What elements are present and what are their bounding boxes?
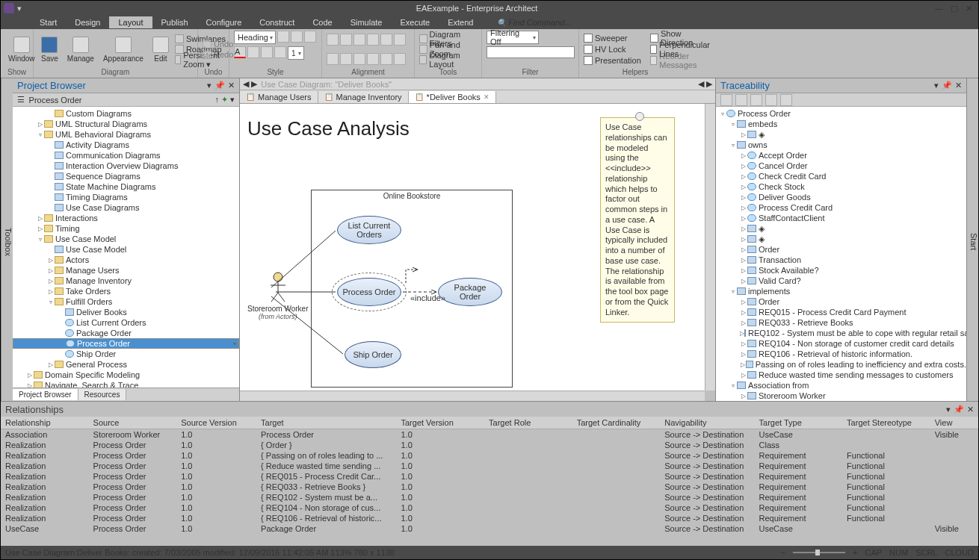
minimize-button[interactable]: —: [932, 4, 946, 13]
style-btn2[interactable]: [291, 31, 303, 43]
usecase-process-order[interactable]: Process Order: [337, 278, 401, 306]
panel-pin-icon[interactable]: 📌: [954, 405, 964, 414]
trace-node[interactable]: ▷Process Credit Card: [716, 202, 966, 213]
line-width[interactable]: [274, 46, 286, 58]
trace-node[interactable]: ▷REQ106 - Retrieval of historic informat…: [716, 349, 966, 359]
table-row[interactable]: RealizationProcess Order1.0{ Order }1.0S…: [1, 440, 978, 450]
tree-node[interactable]: Use Case Diagrams: [13, 202, 239, 213]
tree-node[interactable]: ▿Use Case Model: [13, 234, 239, 244]
toolbox-dock[interactable]: Toolbox: [1, 78, 13, 401]
trace-node[interactable]: ▷Valid Card?: [716, 276, 966, 286]
actor-storeroom-worker[interactable]: Storeroom Worker(from Actors): [247, 272, 309, 320]
relationships-table[interactable]: RelationshipSourceSource VersionTargetTa…: [1, 417, 978, 546]
tree-node[interactable]: Custom Diagrams: [13, 108, 239, 119]
table-row[interactable]: RealizationProcess Order1.0{ Reduce wast…: [1, 461, 978, 471]
table-header[interactable]: Target Type: [755, 417, 843, 429]
tree-node[interactable]: ▷Take Orders: [13, 286, 239, 296]
trace-tree[interactable]: ▿Process Order ▿embeds▷◈▿owns▷Accept Ord…: [716, 107, 966, 401]
appearance-button[interactable]: Appearance: [100, 35, 146, 64]
tab-configure[interactable]: Configure: [197, 16, 251, 28]
trace-node[interactable]: ▷REQ015 - Process Credit Card Payment: [716, 307, 966, 317]
horizontal-scrollbar[interactable]: [240, 391, 705, 401]
usecase-list-orders[interactable]: List Current Orders: [337, 216, 401, 244]
trace-node[interactable]: ▿embeds: [716, 119, 966, 129]
tree-node[interactable]: Interaction Overview Diagrams: [13, 161, 239, 171]
tree-node[interactable]: ▷Interactions: [13, 213, 239, 223]
align-btn[interactable]: [367, 34, 379, 46]
trace-tool[interactable]: [765, 94, 777, 106]
tab-execute[interactable]: Execute: [391, 16, 439, 28]
zoom-slider[interactable]: [793, 552, 845, 553]
table-row[interactable]: RealizationProcess Order1.0{ Passing on …: [1, 450, 978, 461]
tree-node[interactable]: State Machine Diagrams: [13, 181, 239, 192]
tree-node[interactable]: Use Case Model: [13, 244, 239, 255]
trace-tool[interactable]: [780, 94, 792, 106]
trace-tool[interactable]: [720, 94, 732, 106]
table-header[interactable]: Target Stereotype: [842, 417, 930, 429]
filter-input[interactable]: [487, 46, 575, 58]
trace-node[interactable]: ▷◈: [716, 234, 966, 244]
usecase-ship-order[interactable]: Ship Order: [345, 341, 401, 368]
trace-node[interactable]: ▷Check Stock: [716, 181, 966, 192]
browser-tool-icon[interactable]: ✦: [221, 95, 228, 105]
tab-simulate[interactable]: Simulate: [342, 16, 392, 28]
tree-node[interactable]: ▷UML Structural Diagrams: [13, 119, 239, 129]
nav-fwd-icon[interactable]: ▶: [251, 79, 257, 89]
presentation-check[interactable]: Presentation: [584, 55, 641, 66]
trace-node[interactable]: ▷Cancel Order: [716, 161, 966, 171]
nav-back-icon[interactable]: ◀: [243, 79, 249, 89]
save-button[interactable]: Save: [38, 35, 61, 64]
manage-button[interactable]: Manage: [64, 35, 97, 64]
doctab-manage-inventory[interactable]: 📋Manage Inventory: [318, 91, 409, 103]
hamburger-icon[interactable]: ☰: [17, 95, 25, 105]
align-btn[interactable]: [353, 34, 365, 46]
tab-code[interactable]: Code: [303, 16, 341, 28]
table-header[interactable]: Target Cardinality: [572, 417, 661, 429]
align-btn[interactable]: [327, 53, 339, 65]
trace-node[interactable]: ▷Order: [716, 244, 966, 255]
tree-node[interactable]: ▷Domain Specific Modeling: [13, 370, 239, 380]
align-btn[interactable]: [353, 53, 365, 65]
maximize-button[interactable]: ▢: [948, 4, 961, 13]
trace-node[interactable]: ▷◈: [716, 129, 966, 140]
align-btn[interactable]: [394, 53, 406, 65]
tree-node[interactable]: Sequence Diagrams: [13, 171, 239, 181]
width-select[interactable]: 1: [288, 46, 304, 60]
trace-node[interactable]: ▷Check Credit Card: [716, 171, 966, 181]
trace-node[interactable]: ▷Accept Order: [716, 150, 966, 161]
tab-design[interactable]: Design: [66, 16, 109, 28]
browser-tool-icon[interactable]: ▾: [230, 95, 235, 105]
close-tab-icon[interactable]: ✕: [484, 93, 490, 101]
align-btn[interactable]: [394, 34, 406, 46]
trace-node[interactable]: ▷Storeroom Worker: [716, 391, 966, 401]
table-row[interactable]: RealizationProcess Order1.0{ REQ033 - Re…: [1, 482, 978, 492]
tab-publish[interactable]: Publish: [152, 16, 197, 28]
tree-node[interactable]: Activity Diagrams: [13, 140, 239, 150]
trace-node[interactable]: ▿implements: [716, 286, 966, 296]
close-button[interactable]: ✕: [963, 4, 975, 13]
reorder-check[interactable]: Reorder Messages: [650, 55, 712, 66]
tree-node[interactable]: ▷General Process: [13, 359, 239, 370]
panel-menu-icon[interactable]: ▾: [946, 405, 951, 414]
vertical-scrollbar[interactable]: [705, 104, 715, 391]
tree-node[interactable]: Ship Order: [13, 349, 239, 359]
usecase-package-order[interactable]: Package Order: [438, 278, 502, 306]
trace-node[interactable]: ▷REQ033 - Retrieve Books: [716, 317, 966, 328]
panel-menu-icon[interactable]: ▾: [934, 81, 939, 90]
trace-node[interactable]: ▷StaffContactClient: [716, 213, 966, 223]
panel-pin-icon[interactable]: 📌: [942, 81, 952, 90]
nav-tool-icon[interactable]: ◀ ▶: [698, 79, 712, 89]
table-row[interactable]: RealizationProcess Order1.0{ REQ104 - No…: [1, 503, 978, 513]
tree-node[interactable]: Communication Diagrams: [13, 150, 239, 161]
trace-node[interactable]: ▷REQ104 - Non storage of customer credit…: [716, 338, 966, 349]
panel-close-icon[interactable]: ✕: [955, 81, 962, 90]
table-header[interactable]: Source: [89, 417, 177, 429]
align-btn[interactable]: [367, 53, 379, 65]
style-btn[interactable]: [277, 31, 289, 43]
tab-start[interactable]: Start: [31, 16, 66, 28]
trace-node[interactable]: ▷REQ102 - System must be able to cope wi…: [716, 328, 966, 338]
trace-node[interactable]: ▷Passing on of roles leading to ineffici…: [716, 359, 966, 370]
diagram-canvas[interactable]: Use Case Analysis Use Case relationships…: [240, 104, 705, 391]
edit-button[interactable]: Edit: [149, 35, 172, 64]
doctab-manage-users[interactable]: 📋Manage Users: [240, 91, 318, 103]
